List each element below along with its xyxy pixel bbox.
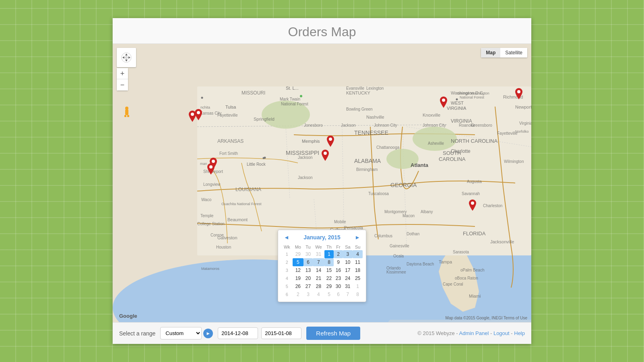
- cal-day[interactable]: 28: [313, 282, 324, 290]
- pan-control[interactable]: [117, 48, 136, 67]
- logout-link[interactable]: Logout: [493, 330, 510, 336]
- map-pin-5[interactable]: [327, 136, 334, 147]
- svg-text:Macon: Macon: [402, 214, 415, 218]
- footer-copyright: © 2015 Webyze -: [417, 330, 459, 336]
- svg-point-130: [471, 202, 474, 205]
- cal-day[interactable]: 25: [353, 274, 363, 282]
- cal-day[interactable]: 18: [353, 266, 363, 274]
- calendar-popup: ◄ January, 2015 ► Wk Mo Tu We Th Fr Sa S…: [278, 230, 366, 302]
- cal-day[interactable]: 19: [293, 274, 303, 282]
- cal-day[interactable]: 23: [334, 274, 343, 282]
- svg-text:Kissimmee: Kissimmee: [386, 270, 406, 274]
- svg-point-117: [125, 56, 128, 59]
- help-link[interactable]: Help: [514, 330, 525, 336]
- cal-day[interactable]: 20: [303, 274, 313, 282]
- svg-text:Cape Coral: Cape Coral: [443, 282, 463, 286]
- map-pin-4[interactable]: [207, 163, 215, 175]
- cal-day[interactable]: 10: [343, 258, 353, 266]
- range-select-wrapper: CustomTodayThis WeekThis Month ►: [160, 327, 213, 339]
- date-end-input[interactable]: [261, 327, 301, 339]
- zoom-out-button[interactable]: −: [117, 79, 128, 90]
- cal-day[interactable]: 29: [293, 250, 303, 258]
- cal-day[interactable]: 9: [334, 258, 343, 266]
- svg-text:George Washington: George Washington: [457, 91, 489, 95]
- svg-text:ALABAMA: ALABAMA: [354, 158, 381, 164]
- map-pin-9[interactable]: [469, 200, 476, 211]
- bottom-bar: Select a range CustomTodayThis WeekThis …: [113, 322, 531, 344]
- svg-text:Bowling Green: Bowling Green: [346, 107, 373, 111]
- svg-text:Sarasota: Sarasota: [453, 250, 469, 254]
- cal-day[interactable]: 31: [313, 250, 324, 258]
- cal-day[interactable]: 1: [353, 282, 363, 290]
- range-arrow[interactable]: ►: [203, 329, 213, 338]
- cal-day[interactable]: 2: [293, 290, 303, 298]
- cal-day[interactable]: 3: [343, 250, 353, 258]
- cal-day[interactable]: 27: [303, 282, 313, 290]
- svg-text:Jackson: Jackson: [298, 175, 313, 180]
- svg-text:TENNESSEE: TENNESSEE: [354, 130, 388, 136]
- svg-text:NORTH CAROLINA: NORTH CAROLINA: [451, 138, 497, 144]
- cal-day[interactable]: 21: [313, 274, 324, 282]
- cal-day[interactable]: 11: [353, 258, 363, 266]
- cal-day[interactable]: 1: [324, 250, 334, 258]
- cal-day[interactable]: 15: [324, 266, 334, 274]
- cal-day[interactable]: 12: [293, 266, 303, 274]
- map-type-satellite-button[interactable]: Satellite: [500, 48, 527, 58]
- cal-day[interactable]: 24: [343, 274, 353, 282]
- calendar-next[interactable]: ►: [352, 233, 363, 241]
- cal-day[interactable]: 4: [353, 250, 363, 258]
- cal-day[interactable]: 17: [343, 266, 353, 274]
- refresh-map-button[interactable]: Refresh Map: [306, 327, 360, 340]
- cal-day[interactable]: 22: [324, 274, 334, 282]
- pegman[interactable]: [123, 105, 130, 120]
- svg-point-127: [324, 152, 327, 155]
- select-range-label: Select a range: [119, 330, 155, 337]
- cal-day[interactable]: 2: [334, 250, 343, 258]
- cal-day[interactable]: 30: [303, 250, 313, 258]
- cal-day[interactable]: 4: [313, 290, 324, 298]
- svg-text:Charlotte: Charlotte: [451, 148, 471, 154]
- zoom-controls: + −: [117, 68, 128, 90]
- svg-point-111: [201, 97, 203, 99]
- calendar-prev[interactable]: ◄: [281, 233, 292, 241]
- date-inputs: [218, 327, 301, 339]
- cal-day[interactable]: 13: [303, 266, 313, 274]
- cal-day[interactable]: 8: [324, 258, 334, 266]
- range-select[interactable]: CustomTodayThis WeekThis Month: [160, 327, 202, 339]
- svg-text:MISSOURI: MISSOURI: [242, 90, 265, 96]
- map-pin-7[interactable]: [440, 97, 447, 108]
- cal-day[interactable]: 7: [343, 290, 353, 298]
- map-type-map-button[interactable]: Map: [481, 48, 500, 58]
- svg-text:Charleston: Charleston: [483, 204, 502, 208]
- svg-rect-118: [125, 109, 128, 115]
- cal-header-mo: Mo: [293, 244, 303, 250]
- svg-text:oPalm Beach: oPalm Beach: [460, 268, 484, 272]
- cal-day[interactable]: 7: [313, 258, 324, 266]
- svg-text:Lexington: Lexington: [366, 86, 384, 90]
- cal-header-we: We: [313, 244, 324, 250]
- svg-text:CAROLINA: CAROLINA: [439, 156, 466, 162]
- admin-panel-link[interactable]: Admin Panel: [459, 330, 489, 336]
- cal-day[interactable]: 16: [334, 266, 343, 274]
- cal-day[interactable]: 30: [334, 282, 343, 290]
- cal-week-num: 1: [281, 250, 293, 258]
- svg-text:Jonesboro: Jonesboro: [304, 123, 323, 128]
- svg-text:Jacksonville: Jacksonville: [490, 239, 514, 244]
- cal-day[interactable]: 29: [324, 282, 334, 290]
- map-pin-8[interactable]: [515, 88, 522, 99]
- svg-text:Knoxville: Knoxville: [423, 113, 440, 117]
- map-pin-2[interactable]: [195, 109, 202, 120]
- cal-day[interactable]: 26: [293, 282, 303, 290]
- cal-day[interactable]: 5: [293, 258, 303, 266]
- cal-day[interactable]: 5: [324, 290, 334, 298]
- cal-day[interactable]: 6: [334, 290, 343, 298]
- cal-day[interactable]: 6: [303, 258, 313, 266]
- date-start-input[interactable]: [218, 327, 258, 339]
- map-pin-6[interactable]: [322, 150, 329, 161]
- cal-day[interactable]: 31: [343, 282, 353, 290]
- zoom-in-button[interactable]: +: [117, 68, 128, 79]
- cal-day[interactable]: 8: [353, 290, 363, 298]
- cal-day[interactable]: 14: [313, 266, 324, 274]
- cal-day[interactable]: 3: [303, 290, 313, 298]
- svg-text:WEST: WEST: [451, 101, 464, 105]
